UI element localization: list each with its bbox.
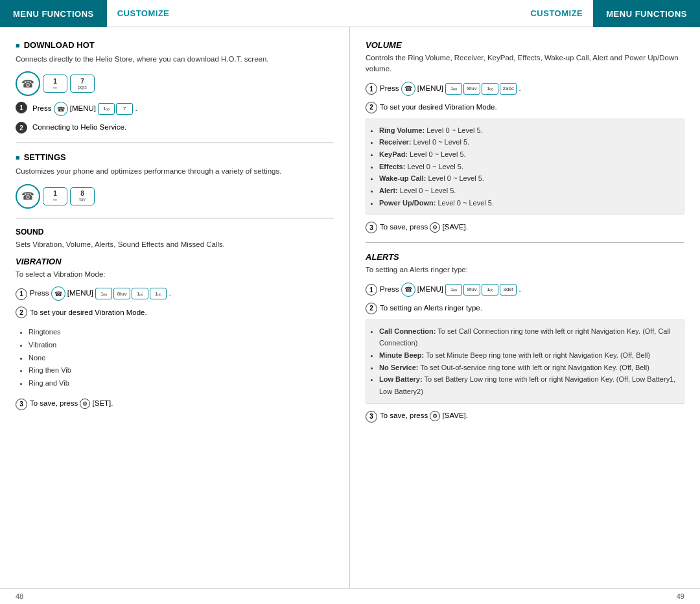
vol-bullet-5: Wake-up Call: Level 0 ~ Level 5.: [379, 172, 677, 185]
al-bullet-4: Low Battery: To set Battery Low ring ton…: [379, 373, 677, 397]
alstep1-text: Press ☎ [MENU] 1₀₀ 8tuv 1₀₀ 3def .: [380, 283, 521, 297]
receiver-icon: ☎: [16, 71, 40, 96]
content-area: DOWNLOAD HOT Connects directly to the He…: [0, 27, 700, 588]
left-menu-functions-label: MENU FUNCTIONS: [0, 0, 107, 27]
alstep3-text: To save, press ⚙ [SAVE].: [380, 411, 468, 421]
volume-title: VOLUME: [366, 40, 684, 50]
alerts-step2: 2 To setting an Alerts ringer type.: [366, 302, 684, 314]
vib-bullet-5: Ring and Vib: [29, 377, 327, 390]
alerts-step3: 3 To save, press ⚙ [SAVE].: [366, 410, 684, 423]
vibration-section: VIBRATION To select a Vibration Mode: 1 …: [16, 257, 334, 410]
volstep2-text: To set your desired Vibration Mode.: [380, 103, 497, 111]
divider-right-1: [366, 242, 684, 243]
right-panel: VOLUME Controls the Ring Volume, Receive…: [350, 27, 700, 588]
vstep1-num: 1: [16, 288, 27, 300]
vib-bullet-4: Ring then Vib: [29, 364, 327, 377]
settings-key-8: 8 tuv: [70, 187, 95, 205]
step1-content: Press ☎ [MENU] 1₀₀ 7 .: [32, 101, 137, 116]
volume-section: VOLUME Controls the Ring Volume, Receive…: [366, 40, 684, 233]
al-bullet-1: Call Connection: To set Call Connection …: [379, 325, 677, 349]
volume-step2: 2 To set your desired Vibration Mode.: [366, 101, 684, 113]
download-hot-keys: ☎ 1 ₀₀ 7 pqrs: [16, 71, 334, 96]
sound-description: Sets Vibration, Volume, Alerts, Sound Ef…: [16, 239, 334, 250]
gear-icon-vib: ⚙: [80, 399, 90, 409]
vibration-bullet-list: Ringtones Vibration None Ring then Vib R…: [16, 323, 334, 393]
right-page-number: 49: [677, 592, 684, 600]
vstep1-text: Press ☎ [MENU] 1₀₀ 8tuv 1₀₀ 1₀₀ .: [30, 286, 171, 301]
download-hot-step1: 1 Press ☎ [MENU] 1₀₀ 7 .: [16, 101, 334, 116]
alerts-intro: To setting an Alerts ringer type:: [366, 264, 684, 275]
vibration-intro: To select a Vibration Mode:: [16, 269, 334, 280]
volume-description: Controls the Ring Volume, Receiver, KeyP…: [366, 52, 684, 75]
left-customize-label: CUSTOMIZE: [107, 0, 180, 27]
right-menu-functions-label: MENU FUNCTIONS: [593, 0, 700, 27]
al-bullet-2: Minute Beep: To set Minute Beep ring ton…: [379, 349, 677, 362]
alerts-section: ALERTS To setting an Alerts ringer type:…: [366, 252, 684, 422]
volume-step3: 3 To save, press ⚙ [SAVE].: [366, 221, 684, 233]
volstep3-text: To save, press ⚙ [SAVE].: [380, 222, 468, 233]
alerts-title: ALERTS: [366, 252, 684, 262]
vol-bullet-7: Power Up/Down: Level 0 ~ Level 5.: [379, 197, 677, 209]
volstep1-num: 1: [366, 83, 377, 95]
page-container: MENU FUNCTIONS CUSTOMIZE CUSTOMIZE MENU …: [0, 0, 700, 604]
alstep2-text: To setting an Alerts ringer type.: [380, 304, 482, 312]
vib-bullet-2: Vibration: [29, 339, 327, 352]
sound-section: SOUND Sets Vibration, Volume, Alerts, So…: [16, 227, 334, 410]
vol-bullet-1: Ring Volume: Level 0 ~ Level 5.: [379, 124, 677, 137]
gear-icon-alerts: ⚙: [430, 411, 440, 421]
alstep3-num: 3: [366, 411, 377, 423]
gear-icon-vol: ⚙: [430, 222, 440, 233]
step2-number: 2: [16, 122, 27, 134]
left-page-number: 48: [16, 592, 23, 600]
step2-content: Connecting to Helio Service.: [32, 121, 126, 133]
alstep1-num: 1: [366, 284, 377, 296]
vol-bullet-6: Alert: Level 0 ~ Level 5.: [379, 185, 677, 197]
key-7: 7 pqrs: [70, 75, 95, 93]
vol-bullet-3: KeyPad: Level 0 ~ Level 5.: [379, 148, 677, 161]
settings-section: SETTINGS Customizes your phone and optim…: [16, 152, 334, 208]
vstep2-num: 2: [16, 307, 27, 318]
download-hot-description: Connects directly to the Helio Store, wh…: [16, 54, 334, 65]
vibration-title: VIBRATION: [16, 257, 334, 266]
left-panel: DOWNLOAD HOT Connects directly to the He…: [0, 27, 350, 588]
sound-title: SOUND: [16, 227, 334, 237]
volstep1-text: Press ☎ [MENU] 1₀₀ 8tuv 1₀₀ 2abc .: [380, 82, 521, 96]
settings-receiver-icon: ☎: [16, 184, 40, 209]
alerts-bullet-list: Call Connection: To set Call Connection …: [366, 319, 684, 404]
footer: 48 49: [0, 588, 700, 604]
volstep3-num: 3: [366, 222, 377, 233]
key-1-menu: 1 ₀₀: [43, 75, 67, 93]
volstep2-num: 2: [366, 102, 377, 113]
settings-description: Customizes your phone and optimizes perf…: [16, 166, 334, 177]
settings-keys: ☎ 1 ₀₀ 8 tuv: [16, 184, 334, 209]
al-bullet-3: No Service: To set Out-of-service ring t…: [379, 362, 677, 374]
settings-title: SETTINGS: [16, 152, 334, 162]
volume-step1: 1 Press ☎ [MENU] 1₀₀ 8tuv 1₀₀ 2abc .: [366, 82, 684, 96]
download-hot-step2: 2 Connecting to Helio Service.: [16, 121, 334, 134]
step1-number: 1: [16, 102, 27, 113]
settings-key-1: 1 ₀₀: [43, 187, 67, 205]
right-customize-label: CUSTOMIZE: [520, 0, 593, 27]
vol-bullet-2: Receiver: Level 0 ~ Level 5.: [379, 136, 677, 148]
alerts-step1: 1 Press ☎ [MENU] 1₀₀ 8tuv 1₀₀ 3def .: [366, 283, 684, 297]
download-hot-title: DOWNLOAD HOT: [16, 40, 334, 50]
vib-bullet-3: None: [29, 352, 327, 365]
volume-bullet-list: Ring Volume: Level 0 ~ Level 5. Receiver…: [366, 119, 684, 215]
vstep2-text: To set your desired Vibration Mode.: [30, 308, 147, 316]
download-hot-section: DOWNLOAD HOT Connects directly to the He…: [16, 40, 334, 134]
divider-1: [16, 143, 334, 143]
vstep3-text: To save, press ⚙ [SET].: [30, 399, 113, 409]
vibration-step2: 2 To set your desired Vibration Mode.: [16, 306, 334, 318]
vibration-step3: 3 To save, press ⚙ [SET].: [16, 398, 334, 410]
header-bar: MENU FUNCTIONS CUSTOMIZE CUSTOMIZE MENU …: [0, 0, 700, 27]
vstep3-num: 3: [16, 399, 27, 410]
vib-bullet-1: Ringtones: [29, 326, 327, 339]
vibration-step1: 1 Press ☎ [MENU] 1₀₀ 8tuv 1₀₀ 1₀₀ .: [16, 286, 334, 301]
divider-2: [16, 218, 334, 218]
vol-bullet-4: Effects: Level 0 ~ Level 5.: [379, 161, 677, 173]
alstep2-num: 2: [366, 303, 377, 314]
